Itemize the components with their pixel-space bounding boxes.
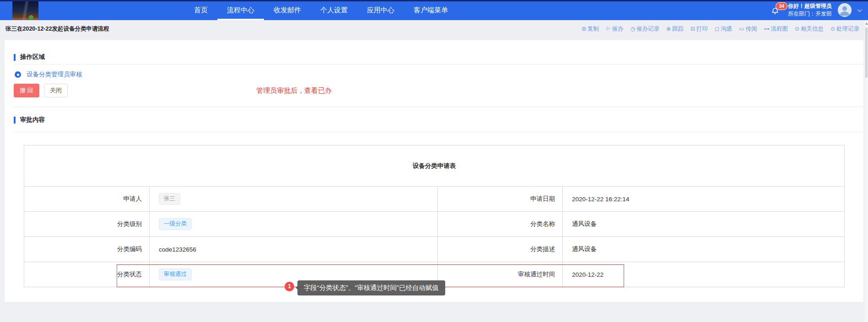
field-label-category-name: 分类名称: [438, 212, 563, 237]
field-value-applicant: 张三: [150, 187, 438, 212]
action-related-info[interactable]: ⊙ 相关信息: [795, 25, 824, 33]
field-value-approve-time: 2020-12-22: [563, 262, 845, 287]
page: 首页 流程中心 收发邮件 个人设置 应用中心 客户端菜单 34 你好！超级管理员…: [0, 0, 868, 322]
process-record-icon: ⊙: [830, 26, 835, 32]
action-process-record[interactable]: ⊙ 处理记录: [830, 25, 859, 33]
field-label-category-code: 分类编码: [24, 237, 150, 262]
related-info-icon: ⊙: [795, 26, 799, 32]
action-track-label: 跟踪: [672, 25, 684, 33]
action-flowchart-label: 流程图: [771, 25, 788, 33]
category-status-tag: 审核通过: [159, 268, 192, 280]
app-logo[interactable]: [12, 1, 38, 20]
circulate-icon: ▭: [739, 26, 744, 32]
scrollbar-up-arrow-icon[interactable]: [865, 22, 868, 25]
greeting-text: 你好！超级管理员: [788, 2, 832, 10]
scrollbar-thumb[interactable]: [865, 27, 868, 78]
action-track[interactable]: ⊕ 跟踪: [666, 25, 684, 33]
flow-title: 张三在2020-12-22发起设备分类申请流程: [5, 25, 109, 33]
category-level-tag: 一级分类: [159, 218, 192, 230]
divider: [14, 64, 863, 64]
form-title: 设备分类申请表: [24, 145, 845, 187]
nav-item-process-center[interactable]: 流程中心: [217, 0, 264, 20]
close-button[interactable]: 关闭: [44, 84, 68, 97]
field-value-category-desc: 通风设备: [563, 237, 845, 262]
nav-item-mail[interactable]: 收发邮件: [264, 0, 311, 20]
action-urge-label: 催办: [612, 25, 623, 33]
action-urge-record[interactable]: ◷ 催办记录: [630, 25, 659, 33]
nav-item-client-menu[interactable]: 客户端菜单: [404, 0, 458, 20]
field-value-apply-date: 2020-12-22 16:22:14: [563, 187, 845, 212]
divider: [14, 107, 863, 107]
action-copy-label: 复制: [588, 25, 599, 33]
approval-section-header: 审批内容: [14, 116, 45, 124]
communicate-icon: ◻: [715, 26, 719, 32]
field-label-approve-time: 审核通过时间: [438, 262, 563, 287]
field-label-category-status: 分类状态: [24, 262, 150, 287]
top-navbar: 首页 流程中心 收发邮件 个人设置 应用中心 客户端菜单 34 你好！超级管理员…: [0, 0, 868, 20]
operation-section-header: 操作区域: [14, 53, 45, 61]
field-value-category-level: 一级分类: [150, 212, 438, 237]
content-panel: 操作区域 设备分类管理员审核 撤 回 关闭 管理员审批后，查看已办 审批内容 设…: [5, 40, 863, 302]
department-text: 所在部门：开发部: [788, 10, 832, 18]
user-icon: [838, 3, 852, 17]
action-related-info-label: 相关信息: [801, 25, 824, 33]
field-label-category-desc: 分类描述: [438, 237, 563, 262]
applicant-tag: 张三: [159, 193, 180, 205]
chevron-down-icon[interactable]: [857, 7, 862, 12]
action-print[interactable]: ⊟ 打印: [690, 25, 708, 33]
notification-bell[interactable]: 34: [771, 4, 782, 16]
annotation-tooltip: 字段“分类状态”、“审核通过时间”已经自动赋值: [297, 280, 445, 295]
section-accent-bar: [14, 117, 16, 123]
title-bar: 张三在2020-12-22发起设备分类申请流程 ⧉ 复制 ⚐ 催办 ◷ 催办记录…: [0, 20, 865, 38]
action-circulate-label: 传阅: [745, 25, 757, 33]
field-label-category-level: 分类级别: [24, 212, 150, 237]
field-value-category-name: 通风设备: [563, 212, 845, 237]
action-process-record-label: 处理记录: [836, 25, 859, 33]
approval-section-title: 审批内容: [20, 116, 45, 124]
divider: [14, 132, 863, 132]
window-top-edge: [0, 0, 868, 1]
action-print-label: 打印: [696, 25, 708, 33]
form-title-row: 设备分类申请表: [24, 145, 845, 187]
navbar-right: 34 你好！超级管理员 所在部门：开发部: [771, 0, 861, 20]
action-copy[interactable]: ⧉ 复制: [582, 25, 599, 33]
admin-approval-hint: 管理员审批后，查看已办: [256, 86, 332, 95]
field-value-category-code: code1232656: [150, 237, 438, 262]
copy-icon: ⧉: [582, 26, 586, 32]
nav-item-home[interactable]: 首页: [184, 0, 217, 20]
flowchart-icon: ⊶: [764, 26, 769, 32]
field-label-apply-date: 申请日期: [438, 187, 563, 212]
operation-buttons: 撤 回 关闭: [14, 84, 68, 97]
current-step-row: 设备分类管理员审核: [15, 70, 82, 79]
urge-icon: ⚐: [606, 26, 611, 32]
nav-item-personal-settings[interactable]: 个人设置: [311, 0, 357, 20]
table-row: 申请人 张三 申请日期 2020-12-22 16:22:14: [24, 187, 845, 212]
action-urge-record-label: 催办记录: [636, 25, 659, 33]
nav-item-app-center[interactable]: 应用中心: [357, 0, 404, 20]
track-icon: ⊕: [666, 26, 671, 32]
print-icon: ⊟: [690, 26, 695, 32]
operation-section-title: 操作区域: [20, 53, 45, 61]
vertical-scrollbar[interactable]: [865, 20, 868, 322]
field-label-applicant: 申请人: [24, 187, 150, 212]
annotation-marker: 1: [285, 282, 294, 291]
action-communicate[interactable]: ◻ 沟通: [715, 25, 732, 33]
table-row: 分类级别 一级分类 分类名称 通风设备: [24, 212, 845, 237]
notification-badge[interactable]: 34: [776, 2, 787, 10]
action-circulate[interactable]: ▭ 传阅: [739, 25, 757, 33]
application-form-table: 设备分类申请表 申请人 张三 申请日期 2020-12-22 16:22:14 …: [24, 145, 845, 287]
flow-toolbar: ⧉ 复制 ⚐ 催办 ◷ 催办记录 ⊕ 跟踪 ⊟ 打印 ◻ 沟通: [582, 25, 859, 33]
withdraw-button[interactable]: 撤 回: [14, 84, 39, 97]
step-label: 设备分类管理员审核: [27, 70, 82, 79]
main-nav: 首页 流程中心 收发邮件 个人设置 应用中心 客户端菜单: [184, 0, 458, 20]
step-radio[interactable]: [15, 71, 21, 78]
action-flowchart[interactable]: ⊶ 流程图: [764, 25, 788, 33]
action-urge[interactable]: ⚐ 催办: [606, 25, 624, 33]
urge-record-icon: ◷: [630, 26, 635, 32]
user-greeting: 你好！超级管理员 所在部门：开发部: [788, 2, 832, 18]
section-accent-bar: [14, 54, 16, 61]
avatar[interactable]: [838, 3, 852, 17]
action-communicate-label: 沟通: [721, 25, 732, 33]
table-row: 分类编码 code1232656 分类描述 通风设备: [24, 237, 845, 262]
